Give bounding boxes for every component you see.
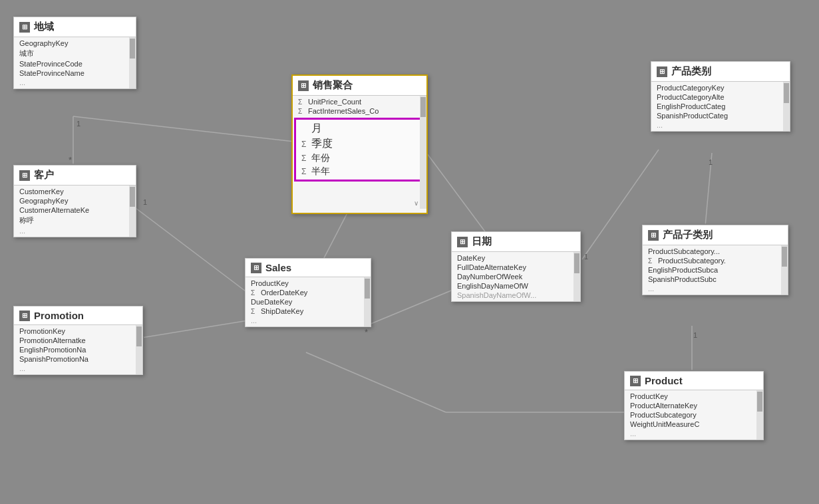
table-promotion-title: Promotion	[34, 310, 84, 321]
table-product-subcategory-body: ProductSubcategory... ΣProductSubcategor…	[643, 245, 788, 295]
list-item: WeightUnitMeasureC	[625, 420, 763, 429]
svg-line-17	[366, 286, 462, 326]
table-sales-title: Sales	[265, 262, 291, 273]
list-item: EnglishPromotionNa	[14, 345, 142, 354]
table-geography[interactable]: ⊞ 地域 GeographyKey 城市 StateProvinceCode S…	[13, 17, 136, 89]
list-item: 城市	[14, 48, 136, 59]
diagram-canvas: 1 * 1 * 1 * * * * 1 * 1 1 1 1	[0, 0, 819, 504]
table-icon: ⊞	[251, 263, 261, 273]
table-product-category-header: ⊞ 产品类别	[651, 62, 790, 82]
list-item: ΣFactInternetSales_Co	[293, 106, 426, 116]
table-product-category-body: ProductCategoryKey ProductCategoryAlte E…	[651, 82, 790, 131]
list-item: GeographyKey	[14, 39, 136, 48]
list-item: Σ半年	[296, 165, 423, 178]
list-item: CustomerAlternateKe	[14, 205, 136, 215]
svg-text:1: 1	[693, 331, 697, 339]
list-item: ...	[643, 284, 788, 293]
table-customer[interactable]: ⊞ 客户 CustomerKey GeographyKey CustomerAl…	[13, 165, 136, 237]
table-product-subcategory-header: ⊞ 产品子类别	[643, 225, 788, 245]
table-sales-agg[interactable]: ⊞ 销售聚合 ΣUnitPrice_Count ΣFactInternetSal…	[291, 74, 428, 214]
table-icon: ⊞	[648, 230, 659, 241]
table-product-header: ⊞ Product	[625, 372, 763, 390]
list-item: Σ年份	[296, 152, 423, 165]
table-icon: ⊞	[298, 80, 309, 91]
list-item: EnglishDayNameOfW	[452, 281, 580, 291]
table-promotion[interactable]: ⊞ Promotion PromotionKey PromotionAltern…	[13, 306, 143, 375]
table-date[interactable]: ⊞ 日期 DateKey FullDateAlternateKey DayNum…	[451, 231, 581, 302]
table-sales-header: ⊞ Sales	[246, 259, 371, 277]
list-item: PromotionKey	[14, 326, 142, 336]
table-product-title: Product	[645, 375, 683, 386]
svg-text:*: *	[69, 155, 72, 165]
svg-line-20	[306, 352, 446, 412]
list-item: PromotionAlternatke	[14, 336, 142, 345]
table-geography-header: ⊞ 地域	[14, 17, 136, 37]
list-item: ProductCategoryAlte	[651, 92, 790, 102]
list-item: ...	[14, 226, 136, 235]
svg-text:1: 1	[143, 198, 147, 206]
list-item: GeographyKey	[14, 196, 136, 205]
list-item: ΣShipDateKey	[246, 307, 371, 316]
list-item: ProductKey	[246, 279, 371, 288]
table-product-category[interactable]: ⊞ 产品类别 ProductCategoryKey ProductCategor…	[651, 61, 790, 132]
svg-line-7	[73, 116, 306, 143]
svg-text:*: *	[365, 327, 368, 337]
list-item: ...	[246, 316, 371, 325]
list-item: SpanishPromotionNa	[14, 354, 142, 364]
svg-line-4	[133, 206, 256, 299]
table-sales-agg-body: ΣUnitPrice_Count ΣFactInternetSales_Co 月…	[293, 96, 426, 209]
list-item: ...	[625, 429, 763, 438]
table-icon: ⊞	[457, 237, 468, 247]
list-item: SpanishProductSubc	[643, 275, 788, 284]
table-icon: ⊞	[19, 170, 30, 181]
list-item: SpanishProductCateg	[651, 111, 790, 120]
table-geography-body: GeographyKey 城市 StateProvinceCode StateP…	[14, 37, 136, 88]
list-item: FullDateAlternateKey	[452, 263, 580, 272]
list-item: Σ季度	[296, 136, 423, 152]
chevron-down-icon: ∨	[414, 199, 418, 207]
table-product-subcategory[interactable]: ⊞ 产品子类别 ProductSubcategory... ΣProductSu…	[642, 225, 788, 295]
table-icon: ⊞	[630, 376, 641, 386]
table-icon: ⊞	[657, 66, 667, 77]
list-item: EnglishProductSubca	[643, 265, 788, 275]
list-item: ΣUnitPrice_Count	[293, 97, 426, 106]
table-icon: ⊞	[19, 22, 30, 33]
table-date-title: 日期	[472, 235, 492, 248]
svg-line-8	[133, 319, 256, 339]
table-customer-header: ⊞ 客户	[14, 166, 136, 186]
list-item: 月	[296, 121, 423, 136]
list-item: DayNumberOfWeek	[452, 272, 580, 281]
list-item: ...	[14, 78, 136, 87]
table-geography-title: 地域	[34, 21, 54, 33]
list-item: DueDateKey	[246, 297, 371, 307]
svg-text:1: 1	[77, 120, 81, 128]
table-product-body: ProductKey ProductAlternateKey ProductSu…	[625, 390, 763, 440]
list-item: ProductCategoryKey	[651, 83, 790, 92]
table-product[interactable]: ⊞ Product ProductKey ProductAlternateKey…	[624, 371, 764, 440]
list-item: CustomerKey	[14, 187, 136, 196]
table-date-body: DateKey FullDateAlternateKey DayNumberOf…	[452, 252, 580, 301]
table-promotion-body: PromotionKey PromotionAlternatke English…	[14, 325, 142, 374]
table-sales-body: ProductKey ΣOrderDateKey DueDateKey ΣShi…	[246, 277, 371, 326]
list-item: ...	[651, 120, 790, 130]
list-item: ΣOrderDateKey	[246, 288, 371, 297]
list-item: 称呼	[14, 215, 136, 226]
list-item: ProductSubcategory...	[643, 247, 788, 256]
table-product-subcategory-title: 产品子类别	[663, 229, 713, 241]
svg-text:1: 1	[709, 158, 713, 166]
svg-line-25	[705, 153, 712, 226]
list-item: ProductSubcategory	[625, 410, 763, 420]
list-item: DateKey	[452, 253, 580, 263]
list-item: EnglishProductCateg	[651, 102, 790, 111]
table-icon: ⊞	[19, 311, 30, 321]
svg-text:1: 1	[584, 253, 588, 261]
list-item: SpanishDayNameOfW...	[452, 291, 580, 300]
table-sales-agg-header: ⊞ 销售聚合	[293, 76, 426, 96]
table-sales-agg-title: 销售聚合	[313, 79, 353, 92]
list-item: ProductKey	[625, 392, 763, 401]
table-customer-title: 客户	[34, 169, 54, 182]
list-item: ΣProductSubcategory.	[643, 256, 788, 265]
table-sales[interactable]: ⊞ Sales ProductKey ΣOrderDateKey DueDate…	[245, 258, 371, 327]
list-item: ...	[14, 364, 142, 373]
list-item: ProductAlternateKey	[625, 401, 763, 410]
